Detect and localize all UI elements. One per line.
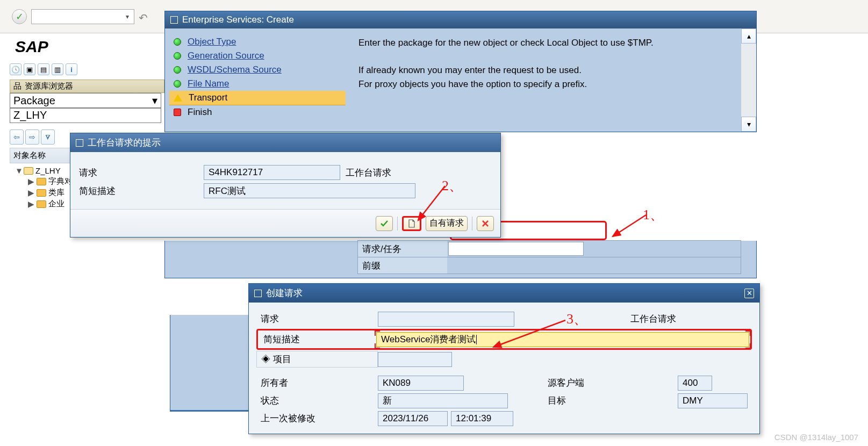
input-request[interactable]: S4HK912717 [204, 165, 340, 180]
input-project[interactable] [378, 352, 452, 367]
input-owner[interactable]: KN089 [378, 376, 464, 391]
titlebar-icon [76, 139, 83, 147]
label-workbench-request: 工作台请求 [630, 313, 706, 325]
workbench-request-dialog: 工作台请求的提示 请求 S4HK912717 工作台请求 简短描述 RFC测试 … [70, 133, 501, 238]
cr-dialog-title: 创建请求 ✕ [249, 284, 759, 303]
input-request[interactable] [378, 312, 514, 327]
label-last-modified: 上一次被修改 [256, 411, 378, 426]
create-button[interactable] [402, 216, 421, 231]
label-request: 请求 [79, 167, 204, 179]
step-generation-source[interactable]: Generation Source [169, 49, 346, 63]
label-prefix: 前缀 [358, 257, 447, 274]
wb-dialog-title: 工作台请求的提示 [70, 133, 500, 152]
check-icon [379, 219, 389, 228]
scroll-up-icon[interactable]: ▴ [741, 28, 756, 44]
nav-left-icon[interactable]: ⇦ [10, 130, 24, 145]
hierarchy-icon: 品 [13, 81, 21, 91]
info-icon[interactable]: i [66, 63, 77, 75]
chevron-down-icon: ▾ [152, 94, 157, 107]
input-status[interactable]: 新 [378, 393, 508, 408]
dropdown-icon[interactable]: ▾ [123, 12, 132, 21]
es-dialog-title: Enterprise Services: Create [165, 11, 756, 28]
undo-icon[interactable]: ↶ [139, 11, 149, 22]
enterprise-services-dialog: Enterprise Services: Create Object Type … [164, 11, 757, 132]
icon-toolbar: 🕓 ▣ ▤ ▥ i [10, 62, 164, 80]
tool-icon-1[interactable]: ▣ [24, 63, 35, 75]
tool-icon-2[interactable]: ▤ [38, 63, 49, 75]
step-file-name[interactable]: File Name [169, 77, 346, 91]
panel-header: 品 资源库浏览器 [10, 80, 164, 93]
wb-row-request: 请求 S4HK912717 工作台请求 [79, 165, 492, 180]
input-desc[interactable]: WebService消费者测试 [376, 332, 749, 347]
label-owner: 所有者 [256, 375, 378, 391]
input-source-client[interactable]: 400 [678, 376, 712, 391]
panel-title: 资源库浏览器 [25, 81, 73, 91]
input-time[interactable]: 12:01:39 [451, 411, 513, 426]
annotation-1: 1、 [643, 205, 664, 224]
wizard-steps: Object Type Generation Source WSDL/Schem… [165, 28, 350, 132]
titlebar-icon [254, 290, 262, 297]
step-finish[interactable]: Finish [169, 105, 346, 119]
close-icon [481, 219, 490, 228]
own-requests-button[interactable]: 自有请求 [426, 216, 468, 231]
input-target[interactable]: DMY [678, 393, 748, 408]
cancel-button[interactable] [477, 216, 494, 231]
es-title-text: Enterprise Services: Create [182, 15, 294, 25]
nav-right-icon[interactable]: ⇨ [25, 130, 39, 145]
input-date[interactable]: 2023/11/26 [378, 411, 448, 426]
history-icon[interactable]: 🕓 [10, 63, 21, 75]
package-combo[interactable]: Package ▾ [10, 93, 161, 108]
sap-logo: SAP [10, 34, 164, 62]
separator [397, 217, 398, 231]
field-prefix: 前缀 [357, 257, 741, 274]
close-button[interactable]: ✕ [744, 289, 754, 298]
info-line: If already known you may enter the reque… [358, 63, 733, 77]
package-combo-value: Package [13, 95, 55, 107]
ok-icon[interactable]: ✓ [12, 9, 27, 24]
tool-icon-3[interactable]: ▥ [52, 63, 63, 75]
input-request-task[interactable] [448, 242, 584, 256]
info-line: For proxy objects you have the option to… [358, 77, 733, 91]
titlebar-icon [170, 16, 178, 24]
label-desc: 简短描述 [79, 185, 204, 197]
cr-row-lastmod: 上一次被修改 2023/11/26 12:01:39 [256, 411, 752, 426]
package-input[interactable]: Z_LHY [10, 108, 161, 123]
project-icon: ◈ [261, 354, 273, 364]
wb-buttonbar: 自有请求 [70, 209, 500, 237]
cr-row-desc: 简短描述 WebService消费者测试 [256, 329, 752, 350]
cr-title-text: 创建请求 [266, 287, 303, 299]
scrollbar[interactable]: ▴ ▾ [741, 28, 756, 132]
wb-title-text: 工作台请求的提示 [88, 136, 161, 149]
cr-row-project: ◈ 项目 [256, 351, 752, 368]
label-desc: 简短描述 [259, 332, 376, 347]
label-request: 请求 [256, 311, 378, 327]
watermark: CSDN @1314lay_1007 [774, 433, 858, 442]
command-field[interactable]: ▾ [31, 9, 134, 24]
wizard-info: Enter the package for the new object or … [350, 28, 741, 132]
cr-row-status: 状态 新 目标 DMY [256, 393, 752, 408]
cr-row-owner: 所有者 KN089 源客户端 400 [256, 375, 752, 391]
arrow-1-icon [609, 213, 647, 240]
ok-button[interactable] [376, 216, 393, 231]
label-target: 目标 [548, 394, 623, 407]
label-project: ◈ 项目 [256, 351, 378, 368]
cr-row-request: 请求 工作台请求 [256, 311, 752, 327]
create-request-dialog: 创建请求 ✕ 请求 工作台请求 简短描述 WebService消费者测试 ◈ 项… [248, 283, 760, 434]
field-request-task: 请求/任务 [357, 240, 741, 257]
input-desc[interactable]: RFC测试 [204, 183, 415, 198]
label-request-task: 请求/任务 [358, 241, 447, 257]
nav-menu-icon[interactable]: ⛛ [41, 130, 55, 145]
info-line: Enter the package for the new object or … [358, 36, 733, 50]
document-icon [407, 219, 416, 228]
label-workbench-request: 工作台请求 [346, 167, 391, 179]
label-source-client: 源客户端 [548, 377, 623, 389]
es-lower-panel: 请求/任务 前缀 [164, 241, 757, 278]
label-status: 状态 [256, 393, 378, 408]
scroll-down-icon[interactable]: ▾ [741, 117, 756, 132]
wb-row-desc: 简短描述 RFC测试 [79, 183, 492, 198]
step-transport[interactable]: Transport [169, 91, 346, 105]
separator [472, 217, 472, 231]
step-object-type[interactable]: Object Type [169, 35, 346, 49]
step-wsdl-source[interactable]: WSDL/Schema Source [169, 63, 346, 77]
